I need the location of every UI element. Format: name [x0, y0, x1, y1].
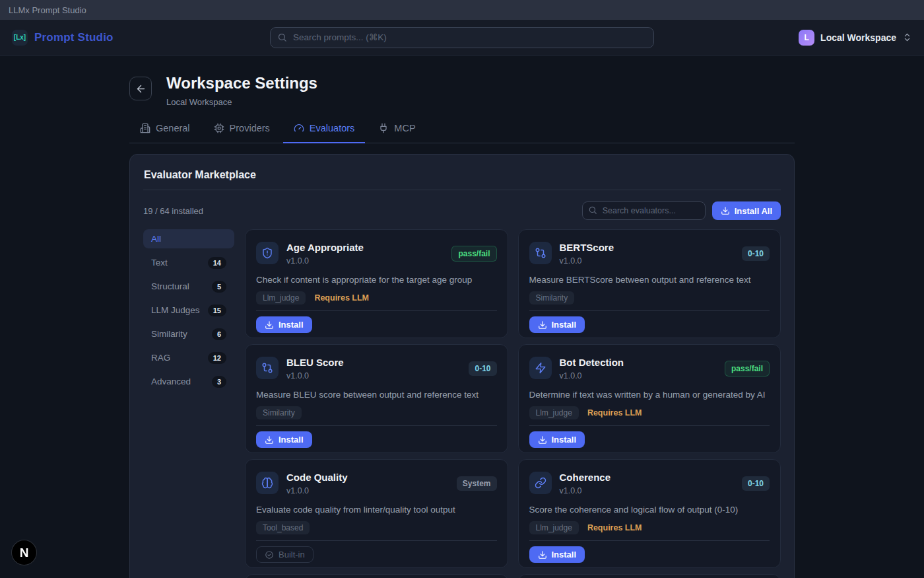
category-label: LLM Judges [151, 305, 200, 315]
card-divider [529, 425, 770, 426]
score-type-badge: 0-10 [742, 476, 770, 491]
install-button-label: Install [552, 435, 577, 445]
back-button[interactable] [129, 77, 152, 100]
category-llm-judges[interactable]: LLM Judges15 [143, 301, 234, 320]
tab-evaluators[interactable]: Evaluators [283, 123, 366, 143]
card-divider [256, 310, 497, 311]
evaluator-version: v1.0.0 [286, 486, 348, 495]
download-icon [538, 550, 547, 560]
evaluator-card: Bot Detectionv1.0.0pass/failDetermine if… [518, 344, 781, 453]
install-button-label: Install [552, 550, 577, 560]
evaluator-title: Code Quality [286, 472, 348, 483]
requires-llm-note: Requires LLM [587, 408, 642, 417]
score-type-badge: System [457, 476, 497, 491]
search-icon [588, 205, 597, 215]
app-logo[interactable]: [Lx] Prompt Studio [12, 30, 114, 46]
tab-general[interactable]: General [129, 123, 201, 143]
evaluator-version: v1.0.0 [286, 371, 344, 380]
chevrons-up-down-icon [902, 32, 912, 42]
evaluator-card: BERTScorev1.0.00-10Measure BERTScore bet… [518, 229, 781, 338]
plug-icon [378, 123, 389, 133]
evaluator-card: Age Appropriatev1.0.0pass/failCheck if c… [245, 229, 508, 338]
install-all-button[interactable]: Install All [712, 201, 781, 220]
marketplace-body: AllText14Structural5LLM Judges15Similari… [143, 229, 781, 578]
evaluator-tag: Similarity [256, 406, 302, 419]
workspace-name: Local Workspace [820, 32, 896, 43]
requires-llm-note: Requires LLM [587, 523, 642, 532]
category-label: All [151, 234, 161, 244]
evaluator-title: Bot Detection [560, 357, 624, 368]
card-divider [529, 310, 770, 311]
window-title: LLMx Prompt Studio [9, 5, 86, 15]
category-count-badge: 6 [212, 328, 226, 340]
nextjs-devtools-badge[interactable]: N [12, 540, 36, 565]
score-type-badge: 0-10 [469, 361, 496, 376]
install-button[interactable]: Install [529, 316, 585, 333]
category-count-badge: 5 [212, 281, 226, 293]
os-titlebar: LLMx Prompt Studio [0, 0, 924, 20]
evaluator-tag: Llm_judge [529, 406, 579, 419]
category-structural[interactable]: Structural5 [143, 277, 234, 296]
evaluator-title: BLEU Score [286, 357, 344, 368]
evaluator-search [582, 201, 706, 220]
evaluator-marketplace-panel: Evaluator Marketplace 19 / 64 installed … [129, 154, 795, 578]
evaluator-grid: Age Appropriatev1.0.0pass/failCheck if c… [245, 229, 781, 578]
page-title: Workspace Settings [166, 74, 317, 92]
evaluator-description: Evaluate code quality from linter/qualit… [256, 505, 497, 515]
building-icon [140, 123, 150, 133]
prompt-search-input[interactable] [270, 27, 654, 48]
evaluator-description: Check if content is appropriate for the … [256, 275, 497, 285]
content-column: Workspace Settings Local Workspace Gener… [129, 74, 795, 578]
install-button-label: Install [279, 320, 304, 330]
evaluator-version: v1.0.0 [560, 256, 614, 266]
shield-alert-icon [256, 242, 279, 264]
brain-icon [256, 472, 279, 494]
category-count-badge: 14 [208, 257, 226, 269]
check-circle-icon [265, 550, 274, 560]
category-rag[interactable]: RAG12 [143, 348, 234, 367]
git-compare-icon [529, 242, 552, 264]
install-button[interactable]: Install [529, 431, 585, 448]
builtin-button: Built-in [256, 546, 314, 563]
card-divider [529, 540, 770, 541]
builtin-button-label: Built-in [279, 550, 305, 560]
install-button[interactable]: Install [256, 316, 312, 333]
download-icon [538, 435, 547, 445]
requires-llm-note: Requires LLM [314, 293, 369, 303]
evaluator-search-input[interactable] [582, 201, 706, 220]
install-button[interactable]: Install [529, 546, 585, 563]
chip-icon [214, 123, 224, 133]
evaluator-card-partial: Command Passes [245, 574, 508, 578]
install-button-label: Install [279, 435, 304, 445]
prompt-search [270, 27, 654, 48]
tab-providers[interactable]: Providers [203, 123, 280, 143]
download-icon [538, 320, 547, 330]
workspace-avatar: L [799, 30, 814, 46]
installed-summary: 19 / 64 installed [143, 206, 203, 216]
gauge-icon [294, 123, 304, 133]
evaluator-version: v1.0.0 [286, 256, 364, 266]
card-divider [256, 425, 497, 426]
category-text[interactable]: Text14 [143, 253, 234, 272]
search-icon [277, 32, 287, 42]
install-button[interactable]: Install [256, 431, 312, 448]
card-divider [256, 540, 497, 541]
category-advanced[interactable]: Advanced3 [143, 372, 234, 391]
workspace-switcher[interactable]: L Local Workspace [799, 30, 912, 46]
tab-mcp[interactable]: MCP [368, 123, 426, 143]
category-label: RAG [151, 353, 170, 363]
tab-label: MCP [394, 123, 415, 133]
install-button-label: Install [552, 320, 577, 330]
marketplace-toolbar: 19 / 64 installed Install All [143, 201, 781, 220]
category-all[interactable]: All [143, 229, 234, 248]
evaluator-description: Determine if text was written by a human… [529, 390, 770, 400]
evaluator-card: Coherencev1.0.00-10Score the coherence a… [518, 459, 781, 568]
marketplace-title: Evaluator Marketplace [143, 168, 781, 190]
evaluator-card-partial: Contains [518, 574, 781, 578]
evaluator-title: Coherence [560, 472, 611, 483]
git-compare-icon [256, 357, 279, 379]
logo-icon: [Lx] [12, 30, 28, 46]
evaluator-tag: Similarity [529, 291, 575, 305]
category-label: Similarity [151, 329, 187, 339]
category-similarity[interactable]: Similarity6 [143, 324, 234, 343]
